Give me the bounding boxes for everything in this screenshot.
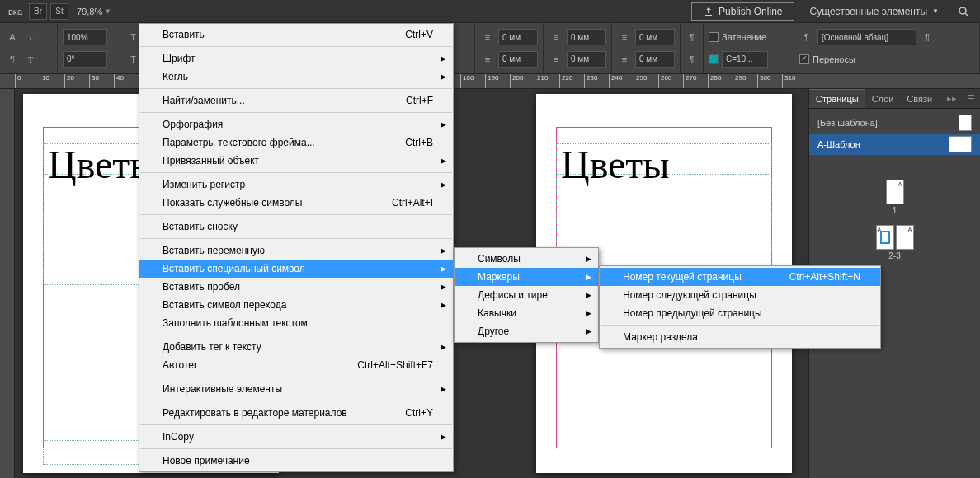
menu-item[interactable]: Другое▶: [455, 322, 598, 340]
bridge-icon[interactable]: Br: [29, 3, 47, 20]
menu-shortcut: Ctrl+Alt+Shift+N: [756, 271, 860, 283]
submenu-special-char[interactable]: Символы▶Маркеры▶Дефисы и тире▶Кавычки▶Др…: [454, 247, 599, 343]
ruler-tick: 210: [535, 74, 548, 89]
menu-item[interactable]: Параметры текстового фрейма...Ctrl+B: [139, 134, 453, 152]
menu-item[interactable]: Вставить пробел▶: [139, 278, 453, 296]
menu-item[interactable]: Привязанный объект▶: [139, 152, 453, 170]
menu-separator: [140, 424, 452, 425]
page-thumb[interactable]: AA: [876, 225, 914, 250]
menu-item[interactable]: Номер следующей страницы: [600, 286, 880, 304]
superscript-icon[interactable]: T: [130, 30, 136, 45]
menu-item[interactable]: Изменить регистр▶: [139, 176, 453, 194]
menu-item[interactable]: Кегль▶: [139, 68, 453, 86]
menu-item[interactable]: АвтотегCtrl+Alt+Shift+F7: [139, 356, 453, 374]
zoom-level[interactable]: 79,8%: [77, 7, 102, 16]
collapse-panel-icon[interactable]: ▸▸: [942, 93, 962, 104]
menu-separator: [140, 172, 452, 173]
menubar-fragment[interactable]: вка: [3, 7, 27, 16]
paragraph-style-input[interactable]: [817, 29, 916, 45]
menu-item-label: Вставить символ перехода: [163, 299, 286, 311]
indent-first-input[interactable]: [567, 29, 606, 45]
menu-separator: [140, 214, 452, 215]
submenu-arrow-icon: ▶: [441, 246, 446, 255]
menu-item[interactable]: Вставить переменную▶: [139, 241, 453, 260]
indent-last-icon[interactable]: ≡: [549, 52, 563, 67]
indent-last-input[interactable]: [567, 51, 606, 68]
space-before-input[interactable]: [635, 29, 675, 45]
menu-item[interactable]: InCopy▶: [139, 428, 453, 446]
publish-online-button[interactable]: Publish Online: [691, 2, 794, 21]
indent-first-icon[interactable]: ≡: [549, 30, 563, 45]
page-thumb[interactable]: A: [886, 180, 904, 204]
type-tool-icon[interactable]: T: [23, 30, 38, 45]
menu-item[interactable]: Добавить тег к тексту▶: [139, 338, 453, 356]
menu-item[interactable]: Найти/заменить...Ctrl+F: [139, 91, 453, 110]
menu-item[interactable]: Маркер раздела: [600, 328, 880, 346]
menu-item[interactable]: Показать служебные символыCtrl+Alt+I: [139, 194, 453, 212]
menu-item[interactable]: Вставить специальный символ▶: [139, 260, 453, 278]
menu-shortcut: Ctrl+Y: [372, 407, 433, 419]
dropcap-chars-icon[interactable]: ¶: [686, 52, 698, 67]
space-after-icon[interactable]: ≡: [617, 52, 632, 67]
menu-item[interactable]: Номер предыдущей страницы: [600, 304, 880, 322]
ruler-tick: 0: [15, 74, 21, 89]
menu-item[interactable]: ВставитьCtrl+V: [139, 26, 453, 44]
menu-item-label: Кегль: [163, 71, 188, 82]
menu-item[interactable]: Дефисы и тире▶: [455, 286, 598, 304]
submenu-markers[interactable]: Номер текущей страницыCtrl+Alt+Shift+NНо…: [599, 265, 881, 349]
menu-item-label: Показать служебные символы: [163, 197, 302, 209]
vertical-ruler[interactable]: [0, 89, 15, 478]
font-size-input[interactable]: [63, 29, 107, 45]
subscript-icon[interactable]: T: [130, 52, 136, 67]
indent-right-icon[interactable]: ≡: [480, 52, 495, 67]
hyphenation-checkbox[interactable]: [799, 54, 809, 64]
page-thumb-label: 1: [886, 206, 904, 215]
panel-menu-icon[interactable]: ☰: [962, 93, 980, 104]
master-row[interactable]: [Без шаблона]: [809, 112, 980, 134]
tab-links[interactable]: Связи: [900, 89, 939, 108]
menu-item[interactable]: Шрифт▶: [139, 49, 453, 68]
submenu-arrow-icon: ▶: [441, 120, 446, 129]
stock-icon[interactable]: St: [50, 3, 68, 20]
dropcap-lines-icon[interactable]: ¶: [686, 30, 698, 45]
workspace-dropdown[interactable]: Существенные элементы ▼: [803, 6, 945, 17]
indent-left-icon[interactable]: ≡: [480, 30, 495, 45]
ruler-tick: 310: [782, 74, 795, 89]
tab-layers[interactable]: Слои: [865, 89, 901, 108]
rotation-input[interactable]: [63, 51, 107, 68]
shading-checkbox[interactable]: [709, 32, 719, 42]
ruler-tick: 280: [708, 74, 721, 89]
menu-item-label: Дефисы и тире: [478, 289, 548, 301]
color-swatch-icon[interactable]: [709, 54, 719, 64]
space-after-input[interactable]: [635, 51, 675, 68]
menu-shortcut: Ctrl+F: [373, 95, 433, 106]
style-override-icon[interactable]: ¶: [920, 30, 935, 45]
shading-color-input[interactable]: [722, 51, 768, 68]
master-row[interactable]: A-Шаблон: [809, 134, 980, 155]
menu-item[interactable]: Орфография▶: [139, 115, 453, 134]
app-topbar: вка Br St 79,8% ▾ Publish Online Существ…: [0, 0, 980, 23]
menu-item[interactable]: Номер текущей страницыCtrl+Alt+Shift+N: [600, 268, 880, 286]
menu-item[interactable]: Редактировать в редакторе материаловCtrl…: [139, 404, 453, 422]
indent-right-input[interactable]: [498, 51, 538, 68]
menu-item[interactable]: Маркеры▶: [455, 268, 598, 286]
indent-left-input[interactable]: [498, 29, 538, 45]
menu-item[interactable]: Новое примечание: [139, 452, 453, 470]
ruler-tick: 10: [40, 74, 49, 89]
menu-item[interactable]: Заполнить шаблонным текстом: [139, 314, 453, 332]
submenu-arrow-icon: ▶: [586, 273, 591, 281]
context-menu[interactable]: ВставитьCtrl+VШрифт▶Кегль▶Найти/заменить…: [139, 23, 454, 472]
menu-item[interactable]: Кавычки▶: [455, 304, 598, 322]
menu-item-label: Вставить переменную: [163, 245, 265, 256]
menu-item[interactable]: Вставить символ перехода▶: [139, 296, 453, 314]
tab-pages[interactable]: Страницы: [809, 89, 865, 108]
menu-item[interactable]: Символы▶: [455, 250, 598, 268]
panel-tabs: Страницы Слои Связи ▸▸ ☰: [809, 89, 980, 109]
space-before-icon[interactable]: ≡: [617, 30, 632, 45]
search-icon[interactable]: [954, 3, 972, 20]
menu-item[interactable]: Вставить сноску: [139, 218, 453, 236]
para-format-icon[interactable]: ¶: [5, 52, 20, 67]
type-tool-icon[interactable]: T: [23, 52, 38, 67]
char-format-icon[interactable]: A: [5, 30, 20, 45]
menu-item[interactable]: Интерактивные элементы▶: [139, 380, 453, 398]
